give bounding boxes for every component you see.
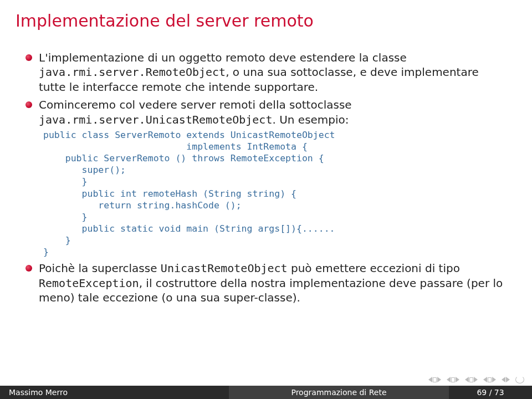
code-block: public class ServerRemoto extends Unicas… bbox=[43, 129, 508, 258]
footer-bar: Massimo Merro Programmazione di Rete 69 … bbox=[0, 386, 532, 399]
nav-frame-icon bbox=[488, 377, 492, 382]
beamer-nav-bar bbox=[428, 376, 524, 383]
b1-text-pre: L'implementazione di un oggetto remoto d… bbox=[39, 51, 407, 64]
b2-text-post: . Un esempio: bbox=[272, 113, 349, 126]
nav-doc-next-icon bbox=[437, 377, 441, 382]
nav-back-forward-group[interactable] bbox=[502, 377, 510, 382]
slide-body: L'implementazione di un oggetto remoto d… bbox=[0, 35, 532, 305]
nav-doc-icon bbox=[433, 377, 437, 382]
b2-code-1: java.rmi.server.UnicastRemoteObject bbox=[39, 113, 272, 126]
bullet-1: L'implementazione di un oggetto remoto d… bbox=[24, 50, 508, 94]
nav-sub-icon bbox=[469, 377, 473, 382]
nav-sub-prev-icon bbox=[465, 377, 469, 382]
nav-sub-next-icon bbox=[474, 377, 478, 382]
bullet-3: Poichè la superclasse UnicastRemoteObjec… bbox=[24, 261, 508, 305]
nav-doc-group[interactable] bbox=[428, 377, 441, 382]
slide-title: Implementazione del server remoto bbox=[0, 0, 532, 35]
nav-forward-icon bbox=[506, 377, 510, 382]
nav-back-icon bbox=[502, 377, 505, 382]
b3-text-mid: può emettere eccezioni di tipo bbox=[288, 262, 460, 275]
nav-subsection-group[interactable] bbox=[465, 377, 478, 382]
bullet-2: Cominceremo col vedere server remoti del… bbox=[24, 98, 508, 258]
nav-frame-group[interactable] bbox=[483, 377, 496, 382]
nav-loop-icon[interactable] bbox=[515, 376, 524, 383]
b3-code-1: UnicastRemoteObject bbox=[161, 262, 288, 275]
nav-doc-prev-icon bbox=[428, 377, 432, 382]
footer-page: 69 / 73 bbox=[449, 386, 532, 399]
b1-code-1: java.rmi.server.RemoteObject bbox=[39, 65, 226, 79]
b3-code-2: RemoteException bbox=[39, 277, 139, 290]
nav-sec-next-icon bbox=[456, 377, 459, 382]
b3-text-pre: Poichè la superclasse bbox=[39, 262, 161, 275]
nav-sec-icon bbox=[451, 377, 455, 382]
footer-author: Massimo Merro bbox=[0, 386, 229, 399]
nav-frame-prev-icon bbox=[483, 377, 487, 382]
nav-frame-next-icon bbox=[492, 377, 496, 382]
footer-course: Programmazione di Rete bbox=[229, 386, 449, 399]
b2-text-pre: Cominceremo col vedere server remoti del… bbox=[39, 98, 352, 111]
nav-section-group[interactable] bbox=[447, 377, 459, 382]
nav-sec-prev-icon bbox=[447, 377, 451, 382]
